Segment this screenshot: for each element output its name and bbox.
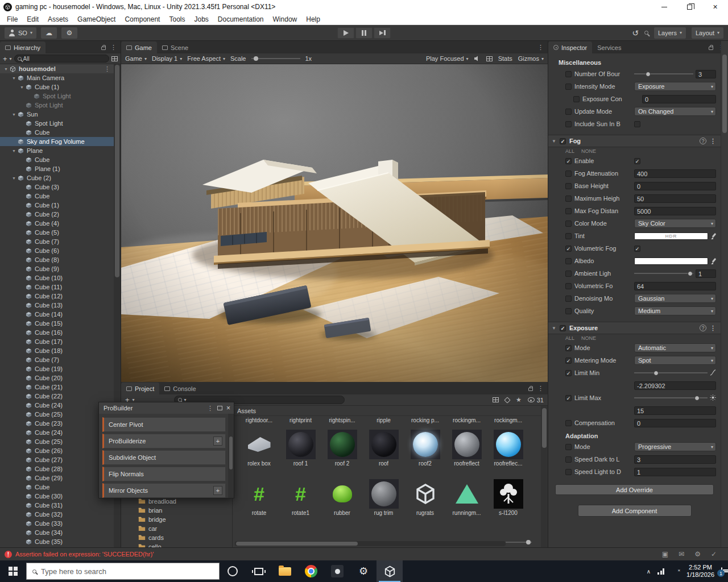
close-button[interactable]: × [702, 0, 728, 14]
hierarchy-item-cube-6[interactable]: Cube (6) [0, 246, 114, 255]
hierarchy-item-cube-3[interactable]: Cube (3) [0, 182, 114, 192]
search-icon[interactable] [644, 31, 648, 35]
dropdown[interactable]: Progressive▾ [634, 442, 716, 451]
hierarchy-item-cube-31[interactable]: Cube (31) [0, 501, 114, 510]
asset-rubber[interactable]: rubber [321, 479, 363, 516]
game-view-menu[interactable]: Game▾ [125, 55, 147, 62]
asset-s-l1200[interactable]: s-l1200 [487, 479, 529, 516]
hierarchy-item-cube-26[interactable]: Cube (26) [0, 446, 114, 455]
expand-arrow[interactable]: ▼ [10, 149, 18, 153]
hidden-items-count[interactable]: 31 [528, 397, 544, 404]
hierarchy-item-sky-and-fog-volume[interactable]: Sky and Fog Volume [0, 137, 114, 146]
override-toggle[interactable] [565, 357, 572, 364]
hierarchy-item-cube[interactable]: Cube [0, 192, 114, 201]
panel-menu-icon[interactable]: ⋮ [537, 44, 544, 51]
pause-button[interactable] [355, 27, 373, 39]
slider[interactable] [634, 394, 708, 401]
media-app-button[interactable] [324, 560, 350, 582]
layout-dropdown[interactable]: Layout ▾ [692, 27, 723, 39]
slider-knob[interactable] [694, 396, 700, 401]
probuilder-action-subdivide-object[interactable]: Subdivide Object [102, 450, 226, 465]
expand-arrow[interactable]: ▼ [2, 67, 10, 71]
menu-component[interactable]: Component [120, 14, 164, 24]
chrome-button[interactable] [298, 560, 324, 582]
hierarchy-item-cube[interactable]: Cube [0, 155, 114, 164]
probuilder-scrollbar[interactable] [228, 414, 234, 498]
panel-menu-icon[interactable]: ⋮ [110, 44, 117, 51]
asset-roof-2[interactable]: roof 2 [321, 430, 363, 467]
override-toggle[interactable] [565, 84, 572, 90]
value-field[interactable]: 0 [634, 182, 716, 190]
gizmos-dropdown[interactable]: Gizmos▾ [518, 55, 544, 62]
hierarchy-item-cube-10[interactable]: Cube (10) [0, 273, 114, 282]
display-selector[interactable]: Display 1▾ [152, 55, 182, 62]
hierarchy-item-cube-8[interactable]: Cube (8) [0, 255, 114, 264]
override-toggle[interactable] [565, 109, 572, 115]
hierarchy-search[interactable] [14, 55, 109, 63]
section-header-exposure[interactable]: ▼Exposure?⋮ [548, 322, 721, 334]
asset-roof2[interactable]: roof2 [404, 430, 446, 467]
thumbnail-size-slider[interactable] [506, 539, 532, 545]
asset-rug-trim[interactable]: rug trim [363, 479, 404, 516]
hierarchy-item-cube-30[interactable]: Cube (30) [0, 492, 114, 501]
slider-knob[interactable] [688, 271, 693, 276]
scrollbar-thumb[interactable] [722, 55, 727, 133]
chevron-down-icon[interactable]: ▾ [10, 56, 12, 61]
folder-bridge[interactable]: bridge [121, 515, 232, 524]
override-toggle[interactable] [565, 71, 572, 77]
file-explorer-button[interactable] [272, 560, 298, 582]
hierarchy-item-cube-7[interactable]: Cube (7) [0, 355, 114, 364]
hierarchy-item-cube-35[interactable]: Cube (35) [0, 537, 114, 546]
asset-rugrats[interactable]: rugrats [404, 479, 446, 516]
hierarchy-item-plane[interactable]: ▼Plane [0, 146, 114, 155]
taskbar-search-input[interactable] [41, 567, 213, 576]
eyedropper-icon[interactable] [710, 257, 716, 264]
hierarchy-item-cube-2[interactable]: ▼Cube (2) [0, 173, 114, 182]
menu-tools[interactable]: Tools [164, 14, 189, 24]
foldout-icon[interactable]: ▼ [552, 139, 556, 144]
filter-by-label-icon[interactable] [504, 397, 510, 403]
restore-button[interactable] [677, 0, 702, 14]
section-menu-icon[interactable]: ⋮ [710, 138, 716, 145]
expand-arrow[interactable]: ▼ [10, 76, 18, 80]
hierarchy-item-cube-11[interactable]: Cube (11) [0, 282, 114, 292]
network-signal-icon[interactable] [657, 568, 664, 575]
dropdown[interactable]: On Changed▾ [634, 107, 716, 116]
override-toggle[interactable] [565, 271, 572, 277]
tab-inspector[interactable]: Inspector [548, 41, 592, 53]
override-toggle[interactable] [565, 370, 572, 376]
asset-rolex-box[interactable]: rolex box [238, 430, 280, 467]
undo-history-icon[interactable]: ↺ [632, 28, 639, 38]
override-toggle[interactable] [565, 395, 572, 401]
hierarchy-item-sun[interactable]: ▼Sun [0, 110, 114, 119]
all-toggle[interactable]: ALL [565, 148, 574, 154]
menu-window[interactable]: Window [268, 14, 302, 24]
hierarchy-item-cube-19[interactable]: Cube (19) [0, 364, 114, 373]
tab-hierarchy[interactable]: Hierarchy [0, 41, 46, 53]
hierarchy-item-cube-2[interactable]: Cube (2) [0, 210, 114, 219]
expand-arrow[interactable]: ▼ [10, 176, 18, 180]
search-filter-icon[interactable] [111, 56, 118, 61]
scrollbar-thumb[interactable] [236, 542, 358, 546]
override-toggle[interactable] [565, 171, 572, 177]
menu-gameobject[interactable]: GameObject [73, 14, 120, 24]
aspect-selector[interactable]: Free Aspect▾ [187, 55, 225, 62]
value-field[interactable]: 400 [634, 169, 716, 178]
options-button[interactable]: + [213, 436, 222, 446]
account-dropdown[interactable]: SO ▾ [5, 27, 36, 39]
menu-edit[interactable]: Edit [22, 14, 43, 24]
tools-icon[interactable]: ▣ [662, 550, 668, 558]
dropdown[interactable]: Gaussian▾ [634, 294, 716, 303]
menu-jobs[interactable]: Jobs [189, 14, 213, 24]
inspector-scrollbar[interactable] [721, 41, 728, 547]
hierarchy-item-cube-34[interactable]: Cube (34) [0, 528, 114, 537]
hierarchy-item-cube[interactable]: Cube [0, 483, 114, 492]
filter-by-type-icon[interactable] [493, 397, 499, 402]
hierarchy-item-cube-15[interactable]: Cube (15) [0, 319, 114, 328]
cloud-button[interactable]: ☁ [41, 27, 57, 39]
value-field[interactable]: 15 [634, 406, 716, 415]
expand-arrow[interactable]: ▼ [18, 85, 26, 89]
override-toggle[interactable] [565, 444, 572, 450]
override-toggle[interactable] [565, 456, 572, 463]
stats-button[interactable]: Stats [498, 55, 512, 62]
